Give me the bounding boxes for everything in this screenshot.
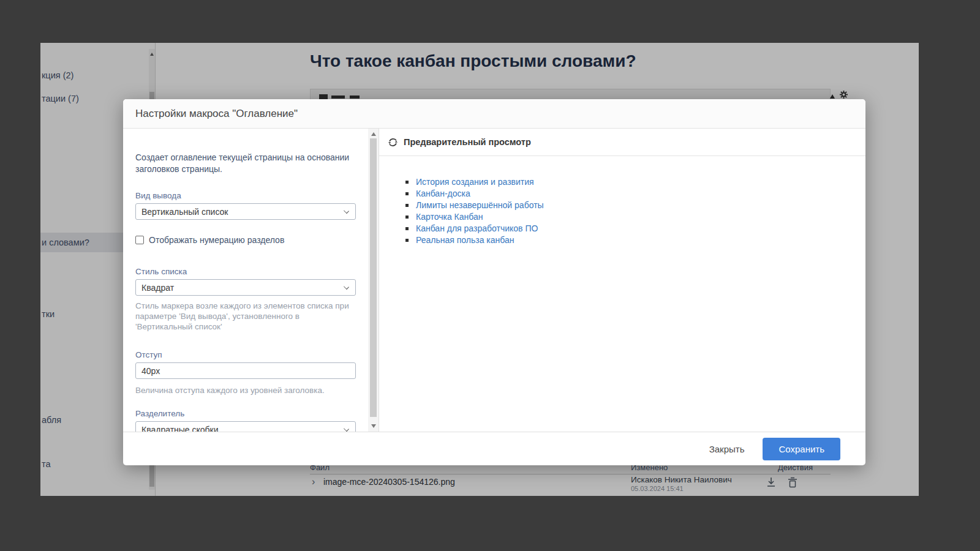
scroll-down-icon[interactable] [371,424,376,428]
scroll-up-icon[interactable] [371,132,376,136]
toc-preview-item[interactable]: Канбан-доска [405,188,865,200]
indent-help: Величина отступа каждого из уровней заго… [135,385,356,395]
toc-preview-item[interactable]: Лимиты незавершённой работы [405,200,865,211]
chevron-down-icon [344,284,349,290]
refresh-icon[interactable] [388,137,398,148]
list-style-help: Стиль маркера возле каждого из элементов… [135,301,356,332]
preview-title: Предварительный просмотр [404,137,531,147]
close-button[interactable]: Закрыть [709,444,745,454]
form-scrollbar-thumb[interactable] [370,138,377,417]
chevron-down-icon [344,426,349,432]
indent-field-wrap [135,362,356,379]
output-type-value: Вертикальный список [141,207,228,217]
macro-settings-form: Создает оглавление текущей страницы на о… [123,129,379,432]
chevron-down-icon [344,208,349,214]
toc-preview-item[interactable]: История создания и развития [405,176,865,188]
list-style-select[interactable]: Квадрат [135,279,356,296]
save-button[interactable]: Сохранить [763,438,840,460]
macro-description: Создает оглавление текущей страницы на о… [135,129,356,175]
form-scrollbar[interactable] [368,129,379,432]
separator-select[interactable]: Квадратные скобки [135,421,356,432]
numbering-checkbox[interactable] [135,236,144,244]
output-type-label: Вид вывода [135,191,356,200]
dialog-footer: Закрыть Сохранить [123,432,865,465]
list-style-value: Квадрат [141,283,174,293]
numbering-label: Отображать нумерацию разделов [149,235,284,245]
indent-input[interactable] [141,366,350,376]
separator-value: Квадратные скобки [141,425,219,432]
list-style-label: Стиль списка [135,267,356,276]
separator-label: Разделитель [135,409,356,418]
dialog-title: Настройки макроса "Оглавление" [123,99,865,129]
toc-preview-item[interactable]: Реальная польза канбан [405,234,865,246]
toc-preview-item[interactable]: Канбан для разработчиков ПО [405,223,865,234]
preview-pane: Предварительный просмотр История создани… [379,129,865,432]
toc-preview-list: История создания и развития Канбан-доска… [379,176,865,246]
indent-label: Отступ [135,350,356,359]
macro-settings-dialog: Настройки макроса "Оглавление" Создает о… [123,99,865,465]
output-type-select[interactable]: Вертикальный список [135,203,356,220]
toc-preview-item[interactable]: Карточка Канбан [405,211,865,223]
